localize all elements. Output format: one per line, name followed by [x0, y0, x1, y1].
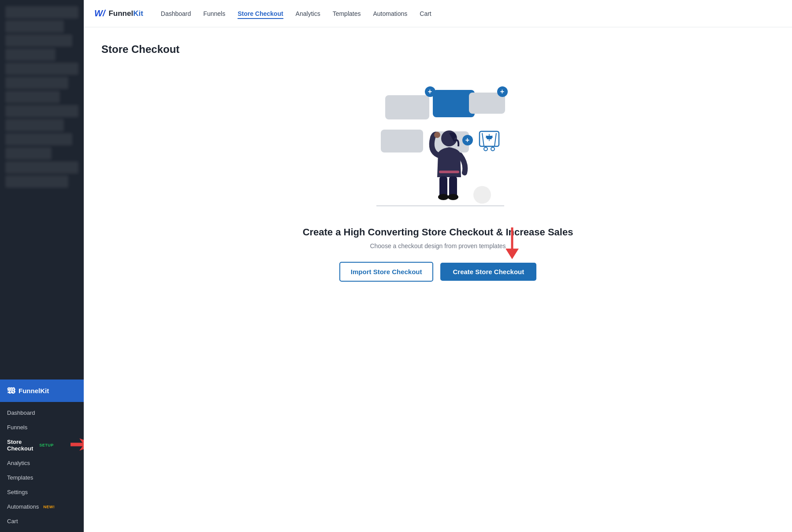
- topnav-store-checkout[interactable]: Store Checkout: [238, 8, 283, 19]
- cart-icon-area: [476, 130, 502, 154]
- sidebar-brand[interactable]: 𝖂 FunnelKit: [0, 379, 84, 402]
- svg-point-3: [484, 147, 487, 151]
- topnav-logo-icon: W/: [94, 8, 105, 19]
- bubble-mid-left: [381, 130, 423, 153]
- create-button-wrapper: Create Store Checkout: [440, 263, 536, 281]
- main-content: Store Checkout + + +: [84, 27, 792, 532]
- topnav-analytics[interactable]: Analytics: [296, 8, 320, 19]
- svg-point-13: [434, 132, 440, 138]
- svg-rect-8: [439, 171, 459, 173]
- sidebar-blurred-section: [0, 0, 84, 379]
- person-silhouette: [425, 129, 469, 205]
- hero-illustration: + + +: [368, 82, 509, 214]
- bubble-top-center: [433, 90, 475, 117]
- sidebar-item-label: Funnels: [7, 424, 27, 431]
- svg-point-11: [438, 194, 449, 200]
- sidebar-item-settings[interactable]: Settings: [0, 485, 84, 499]
- svg-point-7: [441, 130, 457, 146]
- svg-point-12: [448, 194, 458, 200]
- sidebar-item-label: Analytics: [7, 460, 30, 466]
- topnav-brand-name: FunnelKit: [108, 9, 143, 18]
- topnav-automations[interactable]: Automations: [373, 8, 407, 19]
- watermark-circle: [473, 186, 491, 204]
- sidebar-item-label: Automations: [7, 503, 39, 510]
- sidebar-item-funnels[interactable]: Funnels: [0, 420, 84, 435]
- sidebar-item-label: Settings: [7, 489, 28, 495]
- hero-title: Create a High Converting Store Checkout …: [303, 227, 573, 238]
- sidebar: 𝖂 FunnelKit Dashboard Funnels StoreCheck…: [0, 0, 84, 532]
- plus-button-2[interactable]: +: [497, 86, 508, 97]
- svg-point-4: [491, 147, 495, 151]
- sidebar-item-dashboard[interactable]: Dashboard: [0, 406, 84, 420]
- create-store-checkout-button[interactable]: Create Store Checkout: [440, 263, 536, 281]
- top-navigation: W/ FunnelKit Dashboard Funnels Store Che…: [84, 0, 792, 27]
- sidebar-item-label: Cart: [7, 518, 18, 525]
- arrow-left-indicator: [71, 439, 84, 452]
- sidebar-brand-name: FunnelKit: [19, 387, 49, 394]
- sidebar-item-cart[interactable]: Cart: [0, 514, 84, 528]
- brand-logo-icon: 𝖂: [7, 386, 15, 396]
- topnav-funnels[interactable]: Funnels: [203, 8, 225, 19]
- sidebar-item-label: Dashboard: [7, 409, 35, 416]
- bubble-top-left: [385, 95, 429, 119]
- hero-section: + + +: [101, 82, 774, 282]
- sidebar-new-badge: NEW!: [41, 504, 56, 510]
- plus-button-1[interactable]: +: [425, 86, 435, 97]
- topnav-templates[interactable]: Templates: [333, 8, 361, 19]
- sidebar-item-analytics[interactable]: Analytics: [0, 456, 84, 470]
- ground-line: [376, 205, 504, 206]
- sidebar-setup-badge: SETUP: [37, 443, 56, 448]
- arrow-down-indicator: [501, 227, 523, 264]
- import-store-checkout-button[interactable]: Import Store Checkout: [339, 262, 434, 282]
- page-title: Store Checkout: [101, 43, 179, 56]
- sidebar-item-label: StoreCheckout: [7, 439, 33, 452]
- svg-rect-1: [71, 443, 84, 446]
- main-area: W/ FunnelKit Dashboard Funnels Store Che…: [84, 0, 792, 532]
- sidebar-item-label: Templates: [7, 474, 33, 481]
- topnav-dashboard[interactable]: Dashboard: [161, 8, 191, 19]
- topnav-logo[interactable]: W/ FunnelKit: [94, 8, 143, 19]
- hero-subtitle: Choose a checkout design from proven tem…: [370, 242, 506, 249]
- action-buttons: Import Store Checkout Create Store Check…: [339, 262, 536, 282]
- sidebar-nav: Dashboard Funnels StoreCheckout SETUP An…: [0, 402, 84, 532]
- topnav-cart[interactable]: Cart: [420, 8, 431, 19]
- svg-marker-15: [506, 249, 519, 259]
- sidebar-item-store-checkout[interactable]: StoreCheckout SETUP: [0, 435, 84, 456]
- sidebar-item-templates[interactable]: Templates: [0, 470, 84, 485]
- sidebar-item-automations[interactable]: Automations NEW!: [0, 499, 84, 514]
